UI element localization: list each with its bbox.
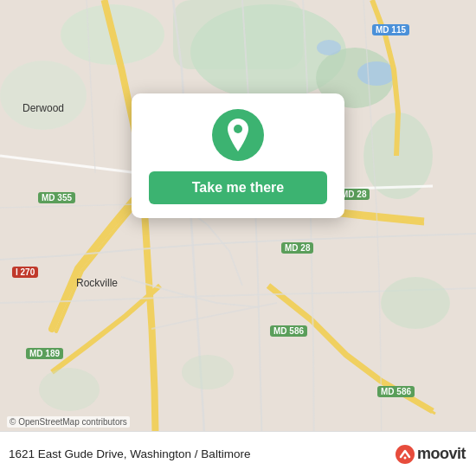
road-label-md586a: MD 586 [270, 325, 307, 337]
moovit-logo-icon [396, 445, 415, 464]
svg-point-6 [0, 61, 87, 130]
popup-card: Take me there [132, 93, 344, 218]
svg-point-14 [403, 456, 406, 459]
road-label-md586b: MD 586 [377, 386, 415, 397]
road-label-md115: MD 115 [372, 24, 409, 35]
map-svg [0, 0, 476, 476]
copyright-text: © OpenStreetMap contributors [7, 416, 130, 428]
road-label-md355: MD 355 [38, 192, 75, 203]
svg-point-13 [396, 445, 415, 464]
road-label-md28b: MD 28 [281, 242, 313, 254]
moovit-logo: moovit [396, 445, 466, 464]
svg-point-12 [234, 125, 242, 133]
address-text: 1621 East Gude Drive, Washington / Balti… [9, 447, 250, 460]
svg-point-9 [381, 277, 450, 329]
svg-point-11 [182, 355, 234, 389]
place-label-derwood: Derwood [23, 102, 64, 114]
svg-point-7 [357, 61, 396, 86]
svg-point-8 [317, 40, 341, 55]
road-label-i270: I 270 [12, 267, 38, 278]
place-label-rockville: Rockville [76, 277, 118, 289]
bottom-bar: 1621 East Gude Drive, Washington / Balti… [0, 431, 476, 476]
take-me-there-button[interactable]: Take me there [149, 171, 327, 204]
svg-point-10 [39, 368, 100, 411]
svg-rect-4 [173, 0, 303, 69]
map-container: MD 115 MD 355 MD 28 MD 28 I 270 MD 189 M… [0, 0, 476, 476]
moovit-logo-text: moovit [417, 445, 466, 463]
road-label-md189: MD 189 [26, 348, 63, 359]
location-pin-icon [212, 109, 264, 161]
